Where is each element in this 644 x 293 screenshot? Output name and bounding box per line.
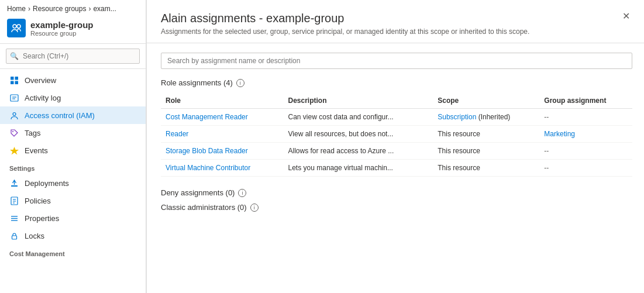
scope-3: This resource (433, 160, 539, 177)
tags-icon (9, 128, 19, 137)
description-3: Lets you manage virtual machin... (284, 160, 433, 177)
close-button[interactable]: ✕ (620, 12, 632, 21)
deny-assignments-info-icon[interactable]: i (238, 189, 246, 197)
settings-section-header: Settings (0, 159, 146, 174)
scope-suffix-0: (Inherited) (478, 113, 511, 121)
main-panel: Alain assignments - example-group Assign… (146, 0, 644, 293)
properties-icon (9, 213, 19, 223)
scope-2: This resource (433, 143, 539, 160)
svg-rect-6 (11, 95, 18, 101)
overview-label: Overview (25, 76, 56, 85)
resource-header: example-group Resource group (0, 15, 146, 44)
breadcrumb-resource-groups[interactable]: Resource groups (33, 5, 86, 13)
col-role: Role (161, 93, 284, 109)
group-0: -- (539, 109, 632, 126)
overlay-panel: Alain assignments - example-group Assign… (146, 0, 644, 293)
svg-point-10 (12, 131, 13, 132)
svg-rect-5 (15, 81, 18, 84)
svg-rect-12 (11, 185, 18, 187)
search-icon: 🔍 (10, 52, 19, 60)
breadcrumb-home[interactable]: Home (7, 5, 26, 13)
svg-rect-20 (12, 236, 16, 239)
svg-point-0 (13, 25, 16, 28)
svg-rect-3 (15, 77, 18, 80)
svg-rect-2 (11, 77, 14, 80)
deployments-icon (9, 178, 19, 188)
overlay-header: Alain assignments - example-group Assign… (147, 0, 644, 43)
policies-label: Policies (25, 197, 51, 205)
overview-icon (9, 75, 19, 85)
access-control-label: Access control (IAM) (25, 111, 95, 120)
description-2: Allows for read access to Azure ... (284, 143, 433, 160)
sidebar-item-events[interactable]: Events (0, 142, 146, 159)
activity-log-label: Activity log (25, 94, 61, 102)
search-input[interactable] (6, 49, 140, 64)
policies-icon (9, 196, 19, 205)
scope-0: Subscription (Inherited) (433, 109, 539, 126)
properties-label: Properties (25, 214, 59, 223)
group-2: -- (539, 143, 632, 160)
breadcrumb: Home › Resource groups › exam... (0, 0, 146, 15)
events-label: Events (25, 146, 48, 155)
scope-link-0[interactable]: Subscription (438, 113, 476, 121)
sidebar-search-container: 🔍 (0, 44, 146, 69)
role-link-2[interactable]: Storage Blob Data Reader (166, 147, 248, 155)
table-row: Cost Management Reader Can view cost dat… (161, 109, 632, 126)
svg-point-1 (17, 25, 20, 28)
col-group-assignment: Group assignment (539, 93, 632, 109)
sidebar: Home › Resource groups › exam... example… (0, 0, 146, 293)
svg-marker-11 (10, 147, 19, 155)
sidebar-item-access-control[interactable]: Access control (IAM) (0, 106, 146, 124)
svg-point-9 (13, 112, 16, 115)
sidebar-item-overview[interactable]: Overview (0, 71, 146, 89)
sidebar-item-activity-log[interactable]: Activity log (0, 89, 146, 106)
deployments-label: Deployments (25, 179, 69, 188)
table-row: Reader View all resources, but does not.… (161, 126, 632, 143)
events-icon (9, 146, 19, 155)
table-row: Virtual Machine Contributor Lets you man… (161, 160, 632, 177)
classic-admins-info-icon[interactable]: i (250, 204, 259, 212)
classic-admins-header: Classic administrators (0) i (161, 203, 632, 212)
overlay-title: Alain assignments - example-group (161, 12, 529, 25)
role-link-1[interactable]: Reader (166, 130, 188, 138)
description-1: View all resources, but does not... (284, 126, 433, 143)
cost-management-section-header: Cost Management (0, 244, 146, 260)
description-0: Can view cost data and configur... (284, 109, 433, 126)
tags-label: Tags (25, 129, 40, 137)
table-row: Storage Blob Data Reader Allows for read… (161, 143, 632, 160)
col-scope: Scope (433, 93, 539, 109)
scope-1: This resource (433, 126, 539, 143)
overlay-body: Role assignments (4) i Role Description … (147, 43, 644, 227)
resource-icon (7, 19, 26, 37)
role-assignments-header: Role assignments (4) i (161, 78, 632, 87)
sidebar-item-policies[interactable]: Policies (0, 192, 146, 209)
resource-name: example-group (30, 20, 94, 30)
sidebar-item-properties[interactable]: Properties (0, 209, 146, 227)
sidebar-item-tags[interactable]: Tags (0, 124, 146, 142)
group-link-1[interactable]: Marketing (544, 130, 575, 138)
locks-label: Locks (25, 232, 44, 240)
role-assignments-table: Role Description Scope Group assignment … (161, 93, 632, 177)
role-assignments-info-icon[interactable]: i (236, 79, 244, 87)
sidebar-nav: Overview Activity log Access control (IA… (0, 69, 146, 262)
overlay-subtitle: Assignments for the selected user, group… (161, 27, 529, 36)
activity-log-icon (9, 93, 19, 102)
group-3: -- (539, 160, 632, 177)
assignment-search-input[interactable] (161, 53, 632, 69)
access-control-icon (9, 111, 19, 120)
sidebar-item-locks[interactable]: Locks (0, 227, 146, 244)
resource-type: Resource group (30, 30, 94, 37)
locks-icon (9, 231, 19, 240)
breadcrumb-example[interactable]: exam... (93, 5, 116, 13)
deny-assignments-header: Deny assignments (0) i (161, 188, 632, 197)
sidebar-item-deployments[interactable]: Deployments (0, 174, 146, 192)
role-link-0[interactable]: Cost Management Reader (166, 113, 248, 121)
col-description: Description (284, 93, 433, 109)
role-link-3[interactable]: Virtual Machine Contributor (166, 164, 250, 172)
svg-rect-4 (11, 81, 14, 84)
